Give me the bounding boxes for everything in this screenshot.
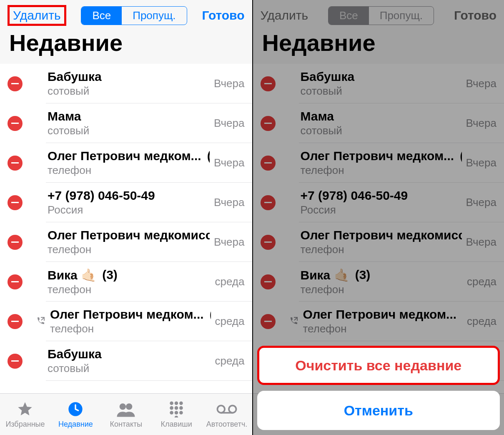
delete-button[interactable]: Удалить: [8, 5, 66, 26]
svg-point-9: [170, 411, 173, 415]
call-subtitle: телефон: [48, 164, 210, 177]
call-row[interactable]: +7 (978) 046-50-49РоссияВчера: [253, 183, 504, 222]
call-subtitle: сотовый: [48, 85, 210, 98]
call-row[interactable]: БабушкасотовыйВчера: [253, 64, 504, 103]
svg-point-8: [179, 406, 183, 410]
delete-row-button[interactable]: [261, 314, 276, 329]
delete-row-button[interactable]: [8, 314, 23, 329]
svg-point-13: [218, 405, 225, 413]
call-row[interactable]: Олег Петрович медком...(2)телефонВчера: [0, 143, 252, 183]
delete-row-button[interactable]: [261, 116, 276, 131]
call-row[interactable]: БабушкасотовыйВчера: [0, 64, 252, 103]
star-icon: [17, 400, 33, 418]
tab-keypad[interactable]: Клавиши: [151, 394, 202, 435]
delete-row-button[interactable]: [261, 156, 276, 171]
delete-row-button[interactable]: [8, 156, 23, 171]
call-subtitle: телефон: [48, 283, 211, 296]
svg-point-6: [170, 406, 173, 410]
call-time: среда: [463, 315, 504, 328]
svg-point-3: [170, 401, 173, 405]
call-time: среда: [463, 275, 504, 288]
topbar: Удалить Все Пропущ. Готово: [0, 0, 252, 26]
svg-point-14: [229, 405, 236, 413]
tab-label: Автоответч.: [206, 420, 247, 429]
call-time: Вчера: [210, 77, 252, 90]
cancel-button[interactable]: Отменить: [257, 391, 500, 430]
segmented-control[interactable]: Все Пропущ.: [81, 6, 187, 25]
page-title: Недавние: [253, 26, 504, 64]
svg-point-7: [175, 406, 178, 410]
delete-row-button[interactable]: [261, 235, 276, 250]
call-name: Олег Петрович медком...(2): [48, 149, 210, 163]
svg-point-1: [120, 403, 126, 410]
call-name: Мама: [48, 109, 210, 123]
tab-favorites[interactable]: Избранные: [0, 394, 50, 435]
call-subtitle: Россия: [48, 204, 210, 216]
delete-row-button[interactable]: [261, 274, 276, 289]
call-row[interactable]: Вика 🤙🏻(3)телефонсреда: [253, 262, 504, 302]
delete-row-button[interactable]: [8, 76, 23, 91]
call-count: (3): [355, 268, 371, 282]
call-row[interactable]: +7 (978) 046-50-49РоссияВчера: [0, 183, 252, 222]
topbar: Удалить Все Пропущ. Готово: [253, 0, 504, 26]
voicemail-icon: [216, 400, 237, 418]
delete-row-button[interactable]: [8, 235, 23, 250]
call-row[interactable]: МамасотовыйВчера: [0, 103, 252, 143]
tab-voicemail[interactable]: Автоответч.: [202, 394, 252, 435]
page-title: Недавние: [0, 26, 252, 64]
call-time: Вчера: [210, 236, 252, 249]
outgoing-call-icon: [35, 317, 48, 327]
call-time: Вчера: [462, 117, 504, 130]
tab-recents[interactable]: Недавние: [50, 394, 101, 435]
call-name: Мама: [301, 109, 462, 123]
done-button[interactable]: Готово: [454, 8, 496, 23]
svg-point-2: [126, 403, 132, 410]
delete-button[interactable]: Удалить: [261, 8, 308, 23]
svg-point-4: [175, 401, 178, 405]
call-name: Олег Петрович медкомисс...: [48, 228, 210, 242]
delete-row-button[interactable]: [8, 354, 23, 369]
segment-all[interactable]: Все: [328, 7, 369, 25]
call-name: Бабушка: [301, 70, 462, 84]
call-row[interactable]: Вика 🤙🏻(3)телефонсреда: [0, 262, 252, 302]
svg-point-10: [175, 411, 178, 415]
call-subtitle: сотовый: [48, 124, 210, 137]
screen-right: Удалить Все Пропущ. Готово Недавние Бабу…: [252, 0, 504, 435]
call-subtitle: телефон: [48, 243, 210, 256]
tab-label: Клавиши: [161, 420, 192, 429]
call-row[interactable]: Бабушкасотовыйсреда: [0, 341, 252, 381]
delete-row-button[interactable]: [8, 195, 23, 210]
call-row[interactable]: Олег Петрович медкомисс...телефонВчера: [0, 222, 252, 262]
tab-contacts[interactable]: Контакты: [101, 394, 151, 435]
call-row[interactable]: Олег Петрович медком...(2)телефонВчера: [253, 143, 504, 183]
call-row[interactable]: Олег Петрович медком...(2)телефонсреда: [253, 302, 504, 341]
call-time: среда: [211, 315, 252, 328]
tab-label: Избранные: [5, 420, 45, 429]
recents-list[interactable]: БабушкасотовыйВчераМамасотовыйВчераОлег …: [0, 64, 252, 393]
clear-all-button[interactable]: Очистить все недавние: [257, 346, 500, 385]
call-name: Бабушка: [48, 347, 211, 361]
segment-missed[interactable]: Пропущ.: [122, 7, 186, 25]
call-name: Олег Петрович медкомисс...: [301, 228, 462, 242]
delete-row-button[interactable]: [261, 76, 276, 91]
segmented-control[interactable]: Все Пропущ.: [328, 6, 434, 25]
done-button[interactable]: Готово: [202, 8, 244, 23]
call-row[interactable]: Олег Петрович медком...(2)телефонсреда: [0, 302, 252, 341]
call-subtitle: сотовый: [48, 362, 211, 375]
call-count: (3): [102, 268, 118, 282]
tab-bar: Избранные Недавние Контакты Клавиши Авто…: [0, 393, 252, 435]
call-row[interactable]: Олег Петрович медкомисс...телефонВчера: [253, 222, 504, 262]
delete-row-button[interactable]: [8, 116, 23, 131]
call-row[interactable]: МамасотовыйВчера: [253, 103, 504, 143]
call-subtitle: Россия: [301, 204, 462, 216]
call-time: Вчера: [462, 236, 504, 249]
call-subtitle: телефон: [303, 322, 463, 335]
segment-all[interactable]: Все: [81, 7, 122, 25]
delete-row-button[interactable]: [8, 274, 23, 289]
call-time: Вчера: [210, 156, 252, 169]
segment-missed[interactable]: Пропущ.: [369, 7, 434, 25]
contacts-icon: [116, 400, 135, 418]
call-subtitle: телефон: [50, 322, 211, 335]
call-time: Вчера: [462, 156, 504, 169]
delete-row-button[interactable]: [261, 195, 276, 210]
